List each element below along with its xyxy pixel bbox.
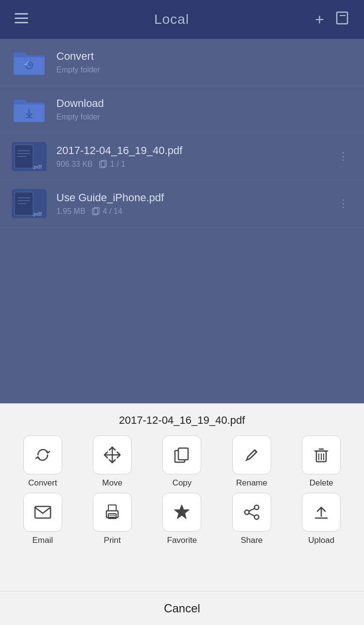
file-pages: 1 / 1 bbox=[99, 160, 125, 169]
action-grid: Convert Move bbox=[0, 435, 364, 550]
svg-line-49 bbox=[249, 513, 255, 516]
page-title: Local bbox=[154, 12, 189, 27]
svg-rect-0 bbox=[15, 13, 28, 15]
svg-line-48 bbox=[249, 508, 255, 511]
file-name: Use Guide_iPhone.pdf bbox=[56, 191, 334, 204]
move-label: Move bbox=[102, 478, 122, 488]
svg-marker-44 bbox=[174, 505, 189, 519]
svg-rect-1 bbox=[15, 17, 28, 19]
edit-icon[interactable] bbox=[336, 11, 349, 28]
svg-text:.pdf: .pdf bbox=[32, 211, 42, 217]
svg-text:.pdf: .pdf bbox=[32, 164, 42, 170]
file-name: 2017-12-04_16_19_40.pdf bbox=[56, 144, 334, 157]
move-icon bbox=[93, 435, 132, 474]
delete-button[interactable]: Delete bbox=[292, 435, 350, 488]
svg-rect-29 bbox=[178, 448, 188, 460]
header-actions: + bbox=[315, 11, 349, 29]
rename-button[interactable]: Rename bbox=[223, 435, 281, 488]
svg-rect-40 bbox=[108, 505, 116, 511]
pdf-icon: .pdf bbox=[12, 142, 47, 171]
delete-icon bbox=[302, 435, 341, 474]
file-info: Use Guide_iPhone.pdf 1.95 MB 4 / 14 bbox=[56, 191, 334, 216]
upload-label: Upload bbox=[308, 536, 334, 545]
convert-button[interactable]: Convert bbox=[14, 435, 72, 488]
copy-button[interactable]: Copy bbox=[153, 435, 211, 488]
file-meta: 906.33 KB 1 / 1 bbox=[56, 160, 334, 169]
email-label: Email bbox=[32, 536, 53, 545]
svg-point-47 bbox=[244, 510, 249, 515]
file-pages: 4 / 14 bbox=[91, 207, 122, 216]
file-info: Convert Empty folder bbox=[56, 50, 352, 74]
svg-point-45 bbox=[254, 505, 259, 510]
rename-icon bbox=[232, 435, 271, 474]
list-item[interactable]: .pdf 2017-12-04_16_19_40.pdf 906.33 KB 1… bbox=[0, 133, 364, 180]
file-meta: 1.95 MB 4 / 14 bbox=[56, 207, 334, 216]
more-options-icon[interactable]: ⋮ bbox=[334, 146, 352, 167]
print-label: Print bbox=[104, 536, 121, 545]
list-item[interactable]: Download Empty folder bbox=[0, 86, 364, 133]
menu-icon[interactable] bbox=[15, 12, 28, 27]
bottom-sheet: 2017-12-04_16_19_40.pdf Convert bbox=[0, 403, 364, 625]
sheet-filename: 2017-12-04_16_19_40.pdf bbox=[119, 403, 245, 435]
convert-icon bbox=[23, 435, 62, 474]
print-button[interactable]: Print bbox=[83, 493, 141, 545]
favorite-button[interactable]: Favorite bbox=[153, 493, 211, 545]
svg-point-46 bbox=[254, 515, 259, 520]
file-size: 1.95 MB bbox=[56, 207, 86, 216]
upload-button[interactable]: Upload bbox=[292, 493, 350, 545]
rename-label: Rename bbox=[236, 478, 267, 488]
favorite-label: Favorite bbox=[167, 536, 197, 545]
file-info: 2017-12-04_16_19_40.pdf 906.33 KB 1 / 1 bbox=[56, 144, 334, 169]
file-name: Convert bbox=[56, 50, 352, 63]
add-icon[interactable]: + bbox=[315, 11, 324, 29]
copy-label: Copy bbox=[173, 478, 192, 488]
list-item[interactable]: .pdf Use Guide_iPhone.pdf 1.95 MB 4 / 14… bbox=[0, 180, 364, 227]
email-icon bbox=[23, 493, 62, 532]
folder-icon bbox=[12, 95, 47, 124]
share-button[interactable]: Share bbox=[223, 493, 281, 545]
upload-icon bbox=[302, 493, 341, 532]
action-row-2: Email Print bbox=[8, 493, 356, 545]
more-options-icon[interactable]: ⋮ bbox=[334, 193, 352, 214]
file-meta: Empty folder bbox=[56, 66, 352, 74]
cancel-button[interactable]: Cancel bbox=[0, 591, 364, 625]
svg-rect-2 bbox=[15, 22, 28, 23]
pdf-icon: .pdf bbox=[12, 189, 47, 218]
svg-line-31 bbox=[246, 460, 247, 461]
action-row-1: Convert Move bbox=[8, 435, 356, 488]
svg-rect-3 bbox=[337, 12, 347, 24]
file-size: 906.33 KB bbox=[56, 160, 93, 169]
file-meta: Empty folder bbox=[56, 113, 352, 122]
folder-icon bbox=[12, 48, 47, 77]
list-item[interactable]: Convert Empty folder bbox=[0, 39, 364, 86]
print-icon bbox=[93, 493, 132, 532]
svg-line-30 bbox=[255, 450, 257, 452]
favorite-icon bbox=[162, 493, 201, 532]
convert-label: Convert bbox=[28, 478, 57, 488]
header: Local + bbox=[0, 0, 364, 39]
file-info: Download Empty folder bbox=[56, 97, 352, 122]
delete-label: Delete bbox=[310, 478, 333, 488]
email-button[interactable]: Email bbox=[14, 493, 72, 545]
share-icon bbox=[232, 493, 271, 532]
svg-rect-38 bbox=[35, 506, 51, 518]
share-label: Share bbox=[241, 536, 262, 545]
copy-icon bbox=[162, 435, 201, 474]
file-list: Convert Empty folder Download Empty fold… bbox=[0, 39, 364, 403]
file-name: Download bbox=[56, 97, 352, 110]
move-button[interactable]: Move bbox=[83, 435, 141, 488]
